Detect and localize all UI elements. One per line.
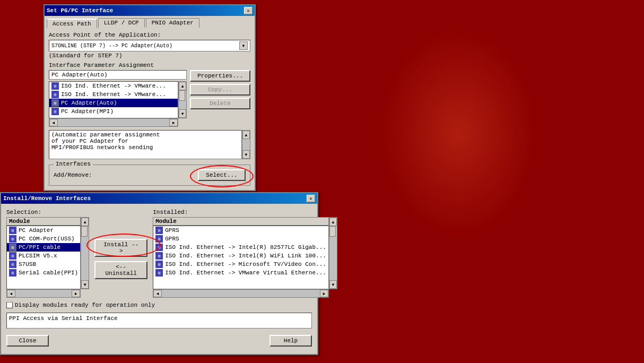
access-point-value: S7ONLINE (STEP 7) --> PC Adapter(Auto) xyxy=(51,43,172,49)
inst-hleft[interactable]: ◄ xyxy=(153,290,162,297)
sel-vtrack xyxy=(81,226,89,280)
sel-item-2[interactable]: ⊞ PC COM-Port(USS) xyxy=(7,235,80,243)
access-point-arrow[interactable]: ▼ xyxy=(239,41,248,50)
desc-scroll-down[interactable]: ▼ xyxy=(242,150,250,159)
tab-access-path[interactable]: Access Path xyxy=(47,19,97,28)
inst-icon-5: ⊞ xyxy=(155,261,163,268)
add-remove-label: Add/Remove: xyxy=(54,172,92,178)
sel-vscrollbar[interactable]: ▲ ▼ xyxy=(81,217,89,289)
list-item-4[interactable]: ⊞ PC Adapter(MPI) xyxy=(49,107,178,116)
sel-icon-4: ⊞ xyxy=(9,252,16,260)
tab-pnio-adapter[interactable]: PNIO Adapter xyxy=(146,18,199,28)
help-btn[interactable]: Help xyxy=(269,335,312,347)
set-pg-pc-title: Set PG/PC Interface xyxy=(47,7,113,14)
close-btn-pg[interactable]: ✕ xyxy=(244,7,253,14)
inst-vthumb[interactable] xyxy=(329,226,336,237)
inst-htrack xyxy=(162,290,320,297)
interface-list[interactable]: ⊞ ISO Ind. Ethernet -> VMware... ⊞ ISO I… xyxy=(49,81,178,118)
sel-item-1[interactable]: ⊞ PC Adapter xyxy=(7,226,80,235)
item-icon-4: ⊞ xyxy=(51,108,59,115)
scroll-track xyxy=(179,90,186,109)
interface-input-row xyxy=(49,70,187,80)
sel-item-6[interactable]: ⊞ Serial cable(PPI) xyxy=(7,269,80,277)
selection-label: Selection: xyxy=(6,209,89,215)
inst-vdown[interactable]: ▼ xyxy=(329,280,337,289)
install-remove-dialog: Install/Remove Interfaces ✕ Selection: M… xyxy=(0,192,318,355)
description-section: (Automatic parameter assignment of your … xyxy=(49,130,250,159)
access-point-dropdown[interactable]: S7ONLINE (STEP 7) --> PC Adapter(Auto) ▼ xyxy=(49,40,250,51)
sel-item-3[interactable]: ⊞ PC/PPI cable xyxy=(7,243,80,252)
interface-param-section: Interface Parameter Assignment ⊞ ISO Ind… xyxy=(49,62,250,127)
inst-item-2[interactable]: ⊞ GPRS xyxy=(153,235,328,243)
ir-bottom-buttons: Close Help xyxy=(6,333,312,349)
inst-item-4[interactable]: ⊞ ISO Ind. Ethernet -> Intel(R) WiFi Lin… xyxy=(153,252,328,260)
select-btn[interactable]: Select... xyxy=(198,169,246,181)
sel-item-5[interactable]: ⊞ S7USB xyxy=(7,260,80,269)
inst-item-6[interactable]: ⊞ ISO Ind. Ethernet -> VMware Virtual Et… xyxy=(153,269,328,277)
scroll-up-btn[interactable]: ▲ xyxy=(179,82,186,90)
display-checkbox-row: Display modules ready for operation only xyxy=(6,302,312,308)
list-item-2[interactable]: ⊞ ISO Ind. Ethernet -> VMware... xyxy=(49,90,178,99)
ir-description-box: PPI Access via Serial Interface xyxy=(6,313,312,329)
copy-btn[interactable]: Copy... xyxy=(190,84,250,96)
uninstall-btn[interactable]: <-- Uninstall xyxy=(94,261,147,279)
scroll-down-btn[interactable]: ▼ xyxy=(179,109,186,118)
sel-vup[interactable]: ▲ xyxy=(81,218,89,226)
selection-list-container: Module ⊞ PC Adapter ⊞ PC COM-Port(USS) xyxy=(6,217,81,298)
scroll-right-btn[interactable]: ► xyxy=(169,119,178,126)
inst-icon-6: ⊞ xyxy=(155,269,163,276)
sel-icon-5: ⊞ xyxy=(9,261,16,268)
title-bar-buttons: ✕ xyxy=(244,7,253,14)
sel-icon-3: ⊞ xyxy=(9,244,16,251)
installed-list[interactable]: ⊞ GPRS ⊞ GPRS ⊞ ISO Ind. Ethernet -> Int… xyxy=(153,226,329,289)
item-icon-1: ⊞ xyxy=(51,82,59,90)
install-btn-container: Install --> xyxy=(94,239,147,257)
description-box-container: (Automatic parameter assignment of your … xyxy=(49,130,250,159)
interfaces-group-title: Interfaces xyxy=(54,161,93,167)
sel-hleft[interactable]: ◄ xyxy=(7,290,15,297)
close-btn-ir[interactable]: ✕ xyxy=(307,195,315,202)
desc-scroll-up[interactable]: ▲ xyxy=(242,131,250,139)
item-icon-2: ⊞ xyxy=(51,91,59,98)
delete-btn[interactable]: Delete xyxy=(190,98,250,109)
scroll-thumb[interactable] xyxy=(179,90,185,101)
tab-lldp-dcp[interactable]: LLDP / DCP xyxy=(98,18,145,28)
desc-scrollbar[interactable]: ▲ ▼ xyxy=(242,130,250,159)
sel-icon-2: ⊞ xyxy=(9,235,16,243)
inst-item-1[interactable]: ⊞ GPRS xyxy=(153,226,328,235)
lists-section: Selection: Module ⊞ PC Adapter xyxy=(6,209,312,298)
inst-item-5[interactable]: ⊞ ISO Ind. Ethernet -> Microsoft TV/Vide… xyxy=(153,260,328,269)
sel-hscrollbar[interactable]: ◄ ► xyxy=(6,289,81,298)
list-item-1[interactable]: ⊞ ISO Ind. Ethernet -> VMware... xyxy=(49,82,178,90)
interface-list-scrollbar[interactable]: ▲ ▼ xyxy=(178,81,187,118)
tab-bar: Access Path LLDP / DCP PNIO Adapter xyxy=(45,16,255,28)
inst-hscrollbar[interactable]: ◄ ► xyxy=(153,289,329,298)
sel-vthumb[interactable] xyxy=(81,226,88,237)
pg-pc-body: Access Point of the Application: S7ONLIN… xyxy=(45,28,255,190)
access-point-row: S7ONLINE (STEP 7) --> PC Adapter(Auto) ▼ xyxy=(49,40,250,51)
install-remove-title-bar: Install/Remove Interfaces ✕ xyxy=(1,193,317,204)
list-item-3[interactable]: ⊞ PC Adapter(Auto) xyxy=(49,99,178,107)
scroll-left-btn[interactable]: ◄ xyxy=(49,119,58,126)
properties-btn[interactable]: Properties... xyxy=(190,70,250,82)
close-btn[interactable]: Close xyxy=(6,335,49,347)
install-btn[interactable]: Install --> xyxy=(94,239,147,257)
select-btn-container: Select... xyxy=(198,169,246,181)
add-remove-row: Add/Remove: Select... xyxy=(54,169,246,181)
selection-list[interactable]: ⊞ PC Adapter ⊞ PC COM-Port(USS) ⊞ PC/PPI… xyxy=(6,226,81,289)
set-pg-pc-dialog: Set PG/PC Interface ✕ Access Path LLDP /… xyxy=(43,4,256,191)
sel-vdown[interactable]: ▼ xyxy=(81,280,89,289)
selection-header: Module xyxy=(6,217,81,226)
inst-hright[interactable]: ► xyxy=(320,290,328,297)
inst-item-3[interactable]: ⊞ ISO Ind. Ethernet -> Intel(R) 82577LC … xyxy=(153,243,328,252)
display-checkbox[interactable] xyxy=(6,302,13,308)
sel-item-4[interactable]: ⊞ PLCSIM V5.x xyxy=(7,252,80,260)
set-pg-pc-title-bar: Set PG/PC Interface ✕ xyxy=(45,5,255,16)
inst-vscrollbar[interactable]: ▲ ▼ xyxy=(329,217,337,289)
interface-list-hscrollbar[interactable]: ◄ ► xyxy=(49,118,178,127)
sel-hright[interactable]: ► xyxy=(72,290,80,297)
sel-htrack xyxy=(15,290,72,297)
interface-param-row: ⊞ ISO Ind. Ethernet -> VMware... ⊞ ISO I… xyxy=(49,70,250,127)
inst-vup[interactable]: ▲ xyxy=(329,218,337,226)
interface-input[interactable] xyxy=(49,70,187,80)
